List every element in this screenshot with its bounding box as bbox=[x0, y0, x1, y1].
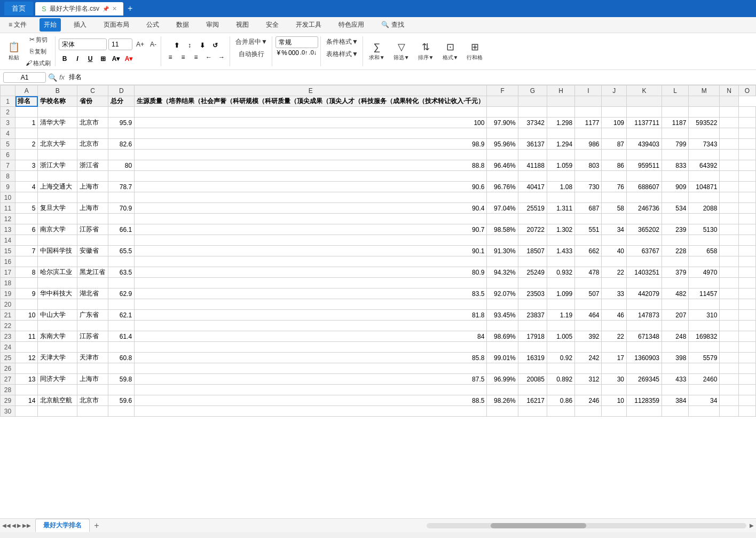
cell[interactable] bbox=[739, 267, 756, 278]
cell[interactable] bbox=[602, 256, 627, 267]
copy-button[interactable]: ⎘ 复制 bbox=[23, 46, 53, 57]
cell[interactable]: 92.07% bbox=[487, 289, 518, 299]
home-tab[interactable]: 首页 bbox=[4, 2, 33, 15]
cell[interactable] bbox=[575, 192, 602, 203]
sort-button[interactable]: ⇅ 排序▼ bbox=[415, 40, 437, 63]
cell[interactable] bbox=[108, 128, 135, 139]
cell[interactable] bbox=[108, 256, 135, 267]
cell[interactable]: 22 bbox=[602, 331, 627, 342]
cell[interactable] bbox=[77, 150, 108, 160]
cell[interactable] bbox=[518, 192, 547, 203]
cell[interactable] bbox=[38, 256, 77, 267]
cell[interactable] bbox=[739, 310, 756, 321]
cell[interactable]: 学校名称 bbox=[38, 96, 77, 107]
cell[interactable] bbox=[547, 278, 574, 289]
bold-button[interactable]: B bbox=[59, 53, 70, 64]
cell[interactable] bbox=[15, 278, 38, 289]
cell[interactable]: 25249 bbox=[518, 267, 547, 278]
cell[interactable]: 排名 bbox=[15, 96, 38, 107]
cell[interactable] bbox=[739, 246, 756, 256]
cell[interactable]: 80.9 bbox=[135, 267, 487, 278]
format-button[interactable]: ⊡ 格式▼ bbox=[440, 40, 461, 63]
cell[interactable] bbox=[720, 321, 739, 331]
cell[interactable]: 730 bbox=[575, 182, 602, 192]
cell[interactable] bbox=[108, 150, 135, 160]
cell[interactable] bbox=[518, 171, 547, 182]
cell[interactable] bbox=[662, 107, 689, 118]
cell[interactable]: 2 bbox=[15, 139, 38, 150]
cell[interactable] bbox=[135, 406, 487, 417]
menu-view[interactable]: 视图 bbox=[232, 18, 253, 32]
cell[interactable] bbox=[739, 299, 756, 310]
menu-find[interactable]: 🔍 查找 bbox=[377, 18, 408, 32]
cell[interactable] bbox=[487, 363, 518, 374]
fill-color-button[interactable]: A▾ bbox=[110, 53, 122, 64]
indent-increase-button[interactable]: → bbox=[216, 52, 227, 63]
cell[interactable] bbox=[135, 150, 487, 160]
align-left-button[interactable]: ≡ bbox=[164, 52, 176, 63]
cell[interactable]: 88.5 bbox=[135, 395, 487, 406]
cell[interactable] bbox=[739, 224, 756, 235]
cell[interactable] bbox=[547, 385, 574, 395]
cell[interactable]: 40417 bbox=[518, 182, 547, 192]
cell[interactable]: 0.92 bbox=[547, 353, 574, 363]
cell[interactable] bbox=[518, 96, 547, 107]
cell[interactable]: 688607 bbox=[626, 182, 662, 192]
cell[interactable]: 上海交通大 bbox=[38, 182, 77, 192]
cell[interactable] bbox=[575, 385, 602, 395]
cell[interactable] bbox=[626, 256, 662, 267]
cell[interactable] bbox=[720, 267, 739, 278]
cell[interactable]: 91.30% bbox=[487, 246, 518, 256]
cell[interactable] bbox=[108, 192, 135, 203]
cell[interactable]: 59.6 bbox=[108, 395, 135, 406]
cell[interactable]: 534 bbox=[662, 203, 689, 214]
cell[interactable] bbox=[108, 321, 135, 331]
cell[interactable]: 40 bbox=[602, 246, 627, 256]
cell[interactable] bbox=[135, 107, 487, 118]
cell[interactable]: 93.45% bbox=[487, 310, 518, 321]
cell[interactable]: 天津市 bbox=[77, 353, 108, 363]
cell[interactable]: 439403 bbox=[626, 139, 662, 150]
cell[interactable]: 30 bbox=[602, 374, 627, 385]
cell[interactable]: 100 bbox=[135, 118, 487, 128]
new-tab-button[interactable]: + bbox=[128, 4, 132, 13]
cell[interactable]: 黑龙江省 bbox=[77, 267, 108, 278]
cell[interactable] bbox=[38, 171, 77, 182]
cell[interactable] bbox=[689, 171, 720, 182]
cell[interactable]: 109 bbox=[602, 118, 627, 128]
cell[interactable]: 2088 bbox=[689, 203, 720, 214]
cell[interactable] bbox=[626, 128, 662, 139]
cell[interactable] bbox=[602, 321, 627, 331]
cell[interactable] bbox=[602, 96, 627, 107]
cell[interactable]: 88.8 bbox=[135, 160, 487, 171]
filter-button[interactable]: ▽ 筛选▼ bbox=[391, 40, 412, 63]
cell[interactable]: 5 bbox=[15, 203, 38, 214]
cell[interactable] bbox=[108, 385, 135, 395]
cell[interactable]: 98.9 bbox=[135, 139, 487, 150]
format-painter-button[interactable]: 🖌 格式刷 bbox=[23, 58, 53, 68]
cell[interactable]: 147873 bbox=[626, 310, 662, 321]
cell[interactable] bbox=[662, 406, 689, 417]
cell[interactable]: 33 bbox=[602, 289, 627, 299]
cell[interactable]: 96.99% bbox=[487, 374, 518, 385]
cell[interactable] bbox=[77, 235, 108, 246]
sheet-scroll-prev[interactable]: ◀ bbox=[12, 523, 16, 528]
cell[interactable] bbox=[487, 299, 518, 310]
cell[interactable] bbox=[739, 203, 756, 214]
col-header-m[interactable]: M bbox=[689, 85, 720, 96]
cell[interactable] bbox=[135, 278, 487, 289]
cell[interactable]: 551 bbox=[575, 224, 602, 235]
col-header-n[interactable]: N bbox=[720, 85, 739, 96]
cell[interactable]: 4970 bbox=[689, 267, 720, 278]
cell[interactable] bbox=[602, 342, 627, 353]
cell[interactable] bbox=[77, 342, 108, 353]
cell[interactable] bbox=[487, 128, 518, 139]
cell[interactable]: 62.1 bbox=[108, 310, 135, 321]
cell[interactable] bbox=[518, 150, 547, 160]
cell[interactable] bbox=[547, 342, 574, 353]
cell[interactable] bbox=[689, 150, 720, 160]
align-top-button[interactable]: ⬆ bbox=[171, 40, 183, 51]
cell[interactable] bbox=[108, 406, 135, 417]
cell[interactable]: 12 bbox=[15, 353, 38, 363]
cell[interactable] bbox=[487, 107, 518, 118]
